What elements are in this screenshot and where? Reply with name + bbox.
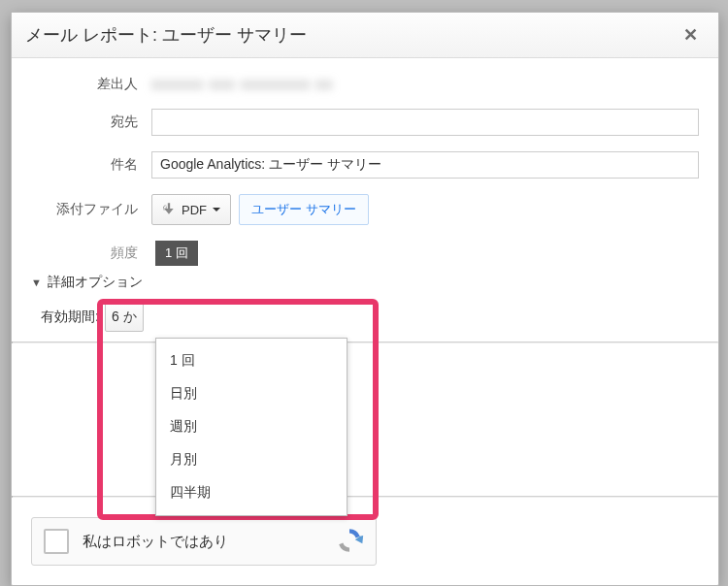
frequency-option[interactable]: 月別 [156,443,347,476]
attachment-format-label: PDF [182,203,207,217]
attachment-format-dropdown[interactable]: ⎙ PDF [151,194,231,225]
frequency-option[interactable]: 週別 [156,410,347,443]
caret-down-icon [213,208,220,212]
pdf-icon: ⎙ [162,202,176,218]
svg-text:⎙: ⎙ [163,203,167,210]
advanced-options-toggle[interactable]: ▼ 詳細オプション [31,274,699,291]
frequency-option[interactable]: 1 回 [156,344,347,377]
label-attachment: 添付ファイル [31,201,151,218]
recaptcha-widget[interactable]: 私はロボットではあり [31,517,377,566]
row-frequency: 頻度 1 回 [31,241,699,266]
row-sender: 差出人 xxxxxx xxx xxxxxxxx xx [31,76,699,93]
close-icon: ✕ [683,24,698,46]
row-to: 宛先 [31,109,699,136]
label-to: 宛先 [31,114,151,131]
label-subject: 件名 [31,156,151,174]
frequency-option[interactable]: 日別 [156,377,347,410]
form-area: 差出人 xxxxxx xxx xxxxxxxx xx 宛先 件名 添付ファイル … [12,58,718,342]
label-duration: 有効期間: [41,309,99,326]
recaptcha-icon [335,526,364,558]
frequency-dropdown-button[interactable]: 1 回 [155,241,198,266]
triangle-down-icon: ▼ [31,277,42,288]
row-attachment: 添付ファイル ⎙ PDF ユーザー サマリー [31,194,699,225]
frequency-selected-label: 1 回 [165,244,188,262]
attachment-tag[interactable]: ユーザー サマリー [239,194,369,225]
frequency-dropdown-menu: 1 回 日別 週別 月別 四半期 [155,338,347,516]
dialog-close-button[interactable]: ✕ [676,20,705,49]
duration-selected-label: 6 か [112,309,137,326]
captcha-separator [12,496,718,498]
frequency-option[interactable]: 四半期 [156,476,347,509]
dialog-titlebar: メール レポート: ユーザー サマリー ✕ [12,13,718,58]
sender-value: xxxxxx xxx xxxxxxxx xx [151,76,333,93]
recaptcha-text: 私はロボットではあり [83,533,335,551]
dialog-title: メール レポート: ユーザー サマリー [25,23,676,47]
duration-dropdown[interactable]: 6 か [105,303,144,332]
advanced-options-label: 詳細オプション [48,274,143,291]
to-input[interactable] [151,109,699,136]
label-frequency: 頻度 [31,244,151,262]
row-subject: 件名 [31,151,699,179]
label-sender: 差出人 [31,76,151,93]
message-body-area[interactable] [12,343,718,496]
lower-area: 私はロボットではあり [12,343,718,585]
row-duration: 有効期間: 6 か [31,303,699,332]
email-report-dialog: メール レポート: ユーザー サマリー ✕ 差出人 xxxxxx xxx xxx… [11,12,719,586]
recaptcha-checkbox[interactable] [44,529,69,554]
subject-input[interactable] [151,151,699,179]
